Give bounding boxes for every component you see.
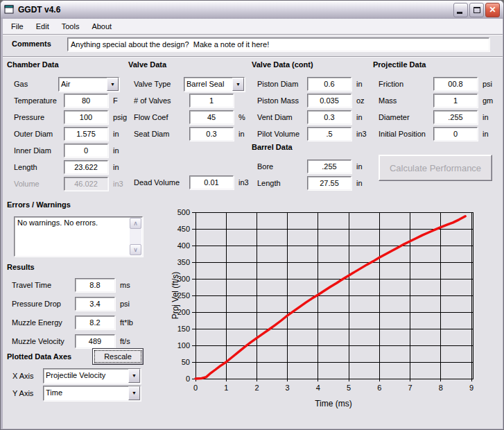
initial-position-input[interactable] bbox=[433, 127, 478, 141]
title-bar[interactable]: GGDT v4.6 ✕ bbox=[1, 1, 503, 19]
section-plotted-data-axes: Plotted Data Axes Rescale X AxisProjecti… bbox=[7, 348, 149, 414]
muzzle-energy-label: Muzzle Energy bbox=[12, 318, 75, 327]
initial-position-label: Initial Position bbox=[379, 130, 433, 138]
section-valve2: Valve Data (cont) Piston DiaminPiston Ma… bbox=[252, 60, 371, 142]
dead-volume-input[interactable] bbox=[189, 175, 234, 189]
inner-diam-label: Inner Diam bbox=[14, 146, 58, 155]
chamber-length-label: Length bbox=[14, 163, 58, 171]
section-barrel: Barrel Data BoreinLengthin bbox=[252, 143, 371, 191]
scroll-up-icon[interactable]: ∧ bbox=[130, 218, 141, 229]
temperature-input[interactable] bbox=[64, 94, 108, 108]
seat-diam-label: Seat Diam bbox=[134, 130, 184, 138]
bore-input[interactable] bbox=[307, 160, 351, 173]
friction-input[interactable] bbox=[433, 77, 478, 91]
chevron-down-icon[interactable]: ▼ bbox=[128, 369, 140, 383]
svg-text:1: 1 bbox=[224, 384, 228, 392]
muzzle-energy-input[interactable] bbox=[75, 316, 115, 329]
svg-text:3: 3 bbox=[286, 384, 290, 392]
piston-diam-unit: in bbox=[356, 80, 363, 88]
errors-textarea[interactable]: No warnings. No errors. ∧ ∨ bbox=[14, 216, 143, 257]
gas-select[interactable]: Air▼ bbox=[58, 77, 119, 92]
seat-diam-unit: in bbox=[238, 130, 245, 138]
outer-diam-input[interactable] bbox=[64, 127, 108, 141]
volume-unit: in3 bbox=[113, 180, 123, 188]
vent-diam-unit: in bbox=[356, 113, 363, 121]
travel-time-input[interactable] bbox=[75, 278, 115, 292]
minimize-icon bbox=[457, 12, 462, 14]
vent-diam-input[interactable] bbox=[307, 110, 351, 124]
valve-type-label: Valve Type bbox=[134, 80, 184, 88]
svg-text:50: 50 bbox=[182, 358, 190, 366]
y-axis-select[interactable]: Time▼ bbox=[43, 386, 141, 401]
svg-text:8: 8 bbox=[439, 384, 443, 392]
rescale-button[interactable]: Rescale bbox=[92, 348, 144, 365]
outer-diam-label: Outer Diam bbox=[14, 130, 58, 138]
travel-time-row: Travel Timems bbox=[7, 275, 146, 294]
divider bbox=[3, 34, 503, 35]
volume-input bbox=[64, 177, 108, 191]
menu-about[interactable]: About bbox=[85, 20, 118, 33]
travel-time-label: Travel Time bbox=[12, 281, 75, 289]
y-axis-row: Y AxisTime▼ bbox=[7, 384, 149, 402]
velocity-curve bbox=[195, 216, 465, 379]
chamber-length-unit: in bbox=[113, 163, 119, 171]
scroll-down-icon[interactable]: ∨ bbox=[130, 244, 141, 255]
muzzle-velocity-input[interactable] bbox=[75, 334, 115, 348]
muzzle-energy-unit: ft*lb bbox=[120, 318, 133, 327]
piston-mass-input[interactable] bbox=[307, 94, 351, 108]
svg-text:7: 7 bbox=[408, 384, 412, 392]
chevron-down-icon[interactable]: ▼ bbox=[232, 78, 244, 91]
barrel-length-label: Length bbox=[257, 179, 307, 187]
temperature-unit: F bbox=[113, 96, 118, 105]
vent-diam-label: Vent Diam bbox=[257, 113, 307, 121]
valve-type-select[interactable]: Barrel Seal▼ bbox=[184, 77, 245, 92]
errors-text: No warnings. No errors. bbox=[17, 218, 98, 227]
x-axis-label: X Axis bbox=[12, 372, 43, 380]
app-icon bbox=[4, 5, 15, 15]
svg-text:Time (ms): Time (ms) bbox=[315, 399, 352, 409]
diameter-input[interactable] bbox=[433, 110, 478, 124]
chevron-down-icon[interactable]: ▼ bbox=[128, 386, 140, 400]
mass-label: Mass bbox=[379, 96, 433, 105]
pressure-drop-input[interactable] bbox=[75, 297, 115, 311]
chamber-length-input[interactable] bbox=[64, 160, 108, 174]
piston-mass-unit: oz bbox=[356, 96, 365, 105]
initial-position-row: Initial Positionin bbox=[373, 126, 499, 142]
window-title: GGDT v4.6 bbox=[18, 5, 452, 15]
inner-diam-unit: in bbox=[113, 146, 119, 155]
num-valves-input[interactable] bbox=[189, 94, 234, 108]
bore-row: Borein bbox=[252, 158, 371, 175]
piston-diam-input[interactable] bbox=[307, 77, 351, 91]
seat-diam-input[interactable] bbox=[189, 127, 234, 141]
comments-label: Comments bbox=[12, 40, 51, 48]
close-button[interactable]: ✕ bbox=[485, 3, 500, 17]
section-results: Results Travel TimemsPressure DroppsiMuz… bbox=[7, 263, 146, 350]
divider bbox=[3, 56, 503, 58]
muzzle-velocity-label: Muzzle Velocity bbox=[12, 337, 75, 345]
minimize-button[interactable] bbox=[453, 3, 468, 17]
maximize-button[interactable] bbox=[469, 3, 484, 17]
menu-file[interactable]: File bbox=[5, 20, 30, 33]
pressure-input[interactable] bbox=[64, 110, 108, 124]
dead-volume-label: Dead Volume bbox=[134, 178, 184, 187]
outer-diam-unit: in bbox=[113, 130, 119, 138]
outer-diam-row: Outer Diamin bbox=[7, 126, 128, 142]
comments-input[interactable] bbox=[67, 37, 489, 51]
temperature-row: TemperatureF bbox=[7, 92, 128, 109]
inner-diam-row: Inner Diamin bbox=[7, 142, 128, 159]
x-axis-select[interactable]: Projectile Velocity▼ bbox=[43, 368, 141, 384]
pilot-volume-input[interactable] bbox=[307, 127, 351, 141]
flow-coef-input[interactable] bbox=[189, 110, 234, 124]
chevron-down-icon[interactable]: ▼ bbox=[107, 78, 119, 91]
gas-label: Gas bbox=[14, 80, 58, 88]
svg-text:5: 5 bbox=[347, 384, 351, 392]
menu-edit[interactable]: Edit bbox=[30, 20, 55, 33]
barrel-length-input[interactable] bbox=[307, 176, 351, 190]
scrollbar[interactable]: ∧ ∨ bbox=[130, 218, 141, 255]
menu-tools[interactable]: Tools bbox=[55, 20, 86, 33]
menu-bar: FileEditToolsAbout bbox=[3, 19, 503, 34]
inner-diam-input[interactable] bbox=[64, 144, 108, 157]
mass-input[interactable] bbox=[433, 94, 478, 108]
calculate-performance-button: Calculate Performance bbox=[379, 155, 492, 181]
pressure-row: Pressurepsig bbox=[7, 109, 128, 126]
